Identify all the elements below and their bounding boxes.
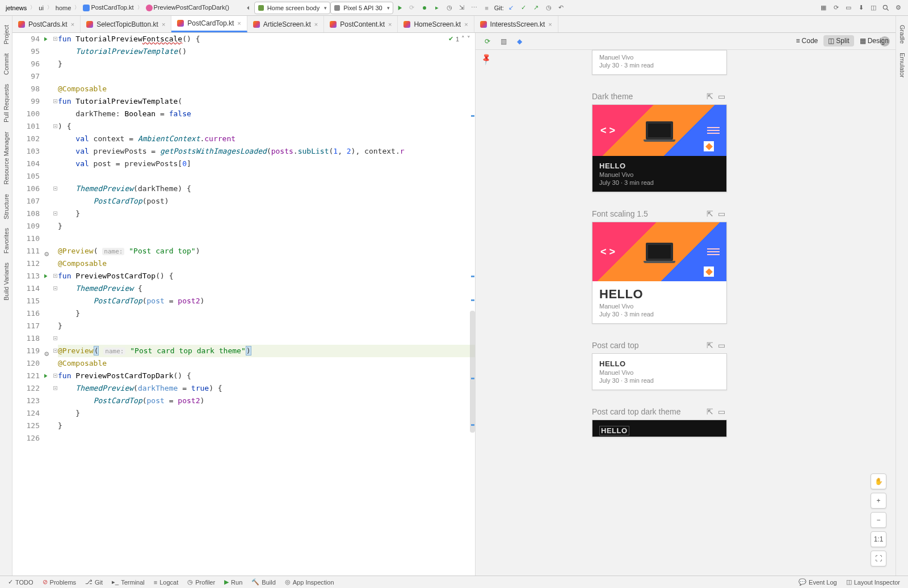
editor-tab[interactable]: HomeScreen.kt×: [398, 16, 474, 32]
fold-toggle-icon[interactable]: [53, 37, 57, 41]
close-tab-icon[interactable]: ×: [388, 21, 392, 28]
git-history-icon[interactable]: ◷: [543, 2, 555, 14]
project-structure-icon[interactable]: ▦: [817, 2, 830, 14]
code-line[interactable]: TutorialPreviewTemplate(): [58, 45, 475, 58]
close-tab-icon[interactable]: ×: [314, 21, 318, 28]
run-gutter-icon[interactable]: [42, 36, 49, 43]
interactive-preview-icon[interactable]: ▭: [718, 407, 727, 416]
fold-toggle-icon[interactable]: [53, 274, 57, 278]
code-line[interactable]: }: [58, 407, 475, 420]
preview-canvas[interactable]: Manuel VivoJuly 30 · 3 min readDark them…: [476, 50, 896, 576]
code-line[interactable]: [58, 170, 475, 183]
zoom-fit-button[interactable]: ⛶: [871, 551, 886, 566]
fold-toggle-icon[interactable]: [53, 211, 57, 215]
code-line[interactable]: }: [58, 420, 475, 432]
coverage-icon[interactable]: ▸: [431, 2, 443, 14]
preview-card[interactable]: HELLOManuel VivoJuly 30 · 3 min read: [592, 353, 727, 390]
code-line[interactable]: fun PreviewPostCardTopDark() {: [58, 370, 475, 382]
code-line[interactable]: @Composable: [58, 257, 475, 270]
preview-card[interactable]: HELLO: [592, 420, 727, 437]
code-line[interactable]: @Preview( name: "Post card top dark them…: [58, 345, 475, 357]
system-ui-icon[interactable]: ▥: [497, 35, 510, 48]
code-line[interactable]: val context = AmbientContext.current: [58, 133, 475, 145]
attach-debugger-icon[interactable]: ⇲: [456, 2, 468, 14]
editor-tab[interactable]: InterestsScreen.kt×: [474, 16, 558, 32]
interactive-preview-icon[interactable]: ▭: [718, 341, 727, 350]
code-line[interactable]: fun TutorialPreviewFontscale() {: [58, 33, 475, 45]
code-line[interactable]: [58, 70, 475, 83]
sdk-manager-icon[interactable]: ⬇: [855, 2, 867, 14]
code-line[interactable]: ThemedPreview {: [58, 282, 475, 295]
tool-window-button[interactable]: Build Variants: [3, 263, 10, 301]
git-pull-icon[interactable]: ↙: [505, 2, 518, 14]
close-tab-icon[interactable]: ×: [162, 21, 165, 28]
code-line[interactable]: @Preview( name: "Post card top"): [58, 245, 475, 257]
tool-window-button[interactable]: Emulator: [899, 53, 906, 78]
code-line[interactable]: PostCardTop(post): [58, 195, 475, 208]
search-everywhere-icon[interactable]: [880, 2, 892, 14]
code-line[interactable]: }: [58, 220, 475, 232]
deploy-preview-icon[interactable]: ⇱: [707, 407, 716, 416]
debug-button[interactable]: [418, 2, 431, 14]
close-tab-icon[interactable]: ×: [237, 20, 241, 27]
stop-button[interactable]: ■: [481, 2, 493, 14]
statusbar-terminal[interactable]: ▸_Terminal: [107, 578, 149, 586]
code-line[interactable]: PostCardTop(post = post2): [58, 295, 475, 307]
crumb-dir[interactable]: home: [53, 3, 74, 12]
vertical-scrollbar[interactable]: [470, 311, 475, 433]
code-line[interactable]: ThemedPreview(darkTheme) {: [58, 183, 475, 195]
interactive-preview-icon[interactable]: ▭: [718, 92, 727, 101]
deploy-preview-icon[interactable]: ⇱: [707, 92, 716, 101]
view-split-button[interactable]: ◫Split: [823, 35, 854, 46]
code-line[interactable]: }: [58, 320, 475, 332]
code-line[interactable]: darkTheme: Boolean = false: [58, 108, 475, 120]
tool-window-button[interactable]: Resource Manager: [3, 132, 10, 185]
statusbar-build[interactable]: 🔨Build: [247, 578, 280, 586]
fold-toggle-icon[interactable]: [53, 187, 57, 191]
editor-tab[interactable]: ArticleScreen.kt×: [247, 16, 324, 32]
refresh-preview-icon[interactable]: ⟳: [481, 35, 494, 48]
statusbar-layout-inspector[interactable]: ◫Layout Inspector: [842, 578, 905, 586]
device-selector[interactable]: Pixel 5 API 30: [330, 2, 393, 14]
code-line[interactable]: [58, 432, 475, 445]
fold-toggle-icon[interactable]: [53, 99, 57, 103]
code-line[interactable]: @Composable: [58, 357, 475, 370]
editor-tab[interactable]: PostCardTop.kt×: [171, 16, 247, 32]
close-tab-icon[interactable]: ×: [71, 21, 74, 28]
git-push-icon[interactable]: ↗: [530, 2, 543, 14]
statusbar-app-inspection[interactable]: ◎App Inspection: [280, 578, 339, 586]
statusbar-todo[interactable]: ✓TODO: [3, 578, 38, 586]
zoom-out-button[interactable]: −: [871, 512, 886, 528]
run-gutter-icon[interactable]: [42, 373, 49, 379]
code-line[interactable]: ) {: [58, 120, 475, 133]
run-gutter-icon[interactable]: [42, 273, 49, 280]
zoom-ratio-button[interactable]: 1:1: [871, 531, 886, 547]
code-line[interactable]: ThemedPreview(darkTheme = true) {: [58, 382, 475, 395]
code-line[interactable]: }: [58, 307, 475, 320]
crumb-module[interactable]: ui: [36, 3, 46, 12]
zoom-in-button[interactable]: +: [871, 493, 886, 509]
gear-gutter-icon[interactable]: ⚙: [42, 348, 49, 354]
fold-toggle-icon[interactable]: [53, 349, 57, 353]
tool-window-button[interactable]: Pull Requests: [3, 84, 10, 122]
resource-manager-icon[interactable]: ◫: [867, 2, 880, 14]
more-run-icon[interactable]: ⋯: [468, 2, 481, 14]
statusbar-problems[interactable]: ⊘Problems: [38, 578, 81, 586]
profiler-icon[interactable]: ◷: [443, 2, 456, 14]
code-line[interactable]: val post = previewPosts[0]: [58, 158, 475, 170]
pan-icon[interactable]: ✋: [871, 473, 886, 489]
editor-tab[interactable]: SelectTopicButton.kt×: [81, 16, 171, 32]
run-button[interactable]: [393, 2, 406, 14]
fold-toggle-icon[interactable]: [53, 374, 57, 378]
preview-card[interactable]: < > HELLOManuel VivoJuly 30 · 3 min read: [592, 222, 727, 324]
code-line[interactable]: PostCardTop(post = post2): [58, 395, 475, 407]
close-tab-icon[interactable]: ×: [548, 21, 552, 28]
tool-window-button[interactable]: Gradle: [899, 25, 906, 44]
editor-tab[interactable]: PostContent.kt×: [324, 16, 398, 32]
view-design-button[interactable]: ▦Design: [855, 35, 893, 46]
statusbar-logcat[interactable]: ≡Logcat: [149, 579, 183, 586]
code-line[interactable]: }: [58, 58, 475, 70]
interactive-preview-icon[interactable]: ▭: [718, 209, 727, 218]
layers-icon[interactable]: ◆: [513, 35, 526, 48]
sync-gradle-icon[interactable]: ⟳: [830, 2, 842, 14]
